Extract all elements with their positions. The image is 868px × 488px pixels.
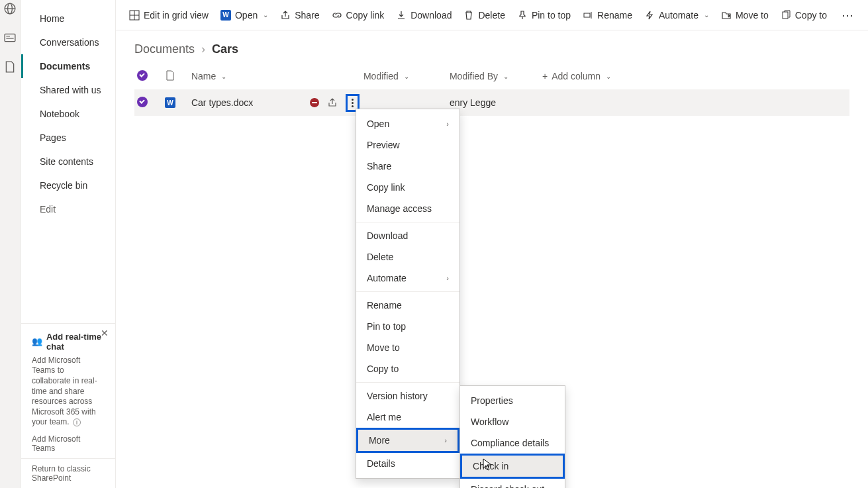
download-icon: [396, 10, 407, 21]
menu-separator: [356, 382, 459, 383]
breadcrumb: Documents › Cars: [116, 30, 868, 63]
site-sidebar: Home Conversations Documents Shared with…: [21, 0, 116, 488]
link-icon: [332, 10, 342, 21]
share-icon[interactable]: [327, 97, 338, 108]
word-icon: W: [165, 97, 175, 108]
menu-share[interactable]: Share: [356, 156, 459, 177]
menu-move[interactable]: Move to: [356, 337, 459, 358]
col-modified[interactable]: Modified⌄: [363, 71, 450, 81]
trash-icon: [463, 10, 474, 21]
cmd-download[interactable]: Download: [396, 10, 452, 21]
add-column-label: Add column: [552, 71, 601, 81]
menu-automate-label: Automate: [367, 273, 407, 283]
menu-separator: [356, 222, 459, 222]
return-classic-link[interactable]: Return to classic SharePoint: [21, 458, 115, 488]
menu-rename[interactable]: Rename: [356, 295, 459, 316]
col-modified-label: Modified: [363, 71, 399, 81]
nav-documents[interactable]: Documents: [21, 54, 115, 78]
chevron-down-icon: ⌄: [503, 73, 508, 80]
menu-automate[interactable]: Automate›: [356, 268, 459, 289]
menu-rename-label: Rename: [367, 300, 402, 311]
submenu-workflow[interactable]: Workflow: [460, 411, 565, 432]
cmd-pin[interactable]: Pin to top: [517, 10, 571, 21]
nav-notebook[interactable]: Notebook: [21, 102, 115, 126]
nav-home[interactable]: Home: [21, 7, 115, 30]
cmd-delete[interactable]: Delete: [463, 10, 505, 21]
menu-more-label: More: [369, 435, 390, 446]
globe-icon[interactable]: [4, 3, 16, 15]
menu-copy-label: Copy to: [367, 364, 399, 374]
svg-rect-9: [584, 13, 590, 17]
nav-recycle-bin[interactable]: Recycle bin: [21, 173, 115, 197]
menu-manage-access[interactable]: Manage access: [356, 198, 459, 219]
svg-rect-3: [5, 34, 16, 41]
nav-conversations[interactable]: Conversations: [21, 30, 115, 54]
cmd-move[interactable]: Move to: [721, 10, 769, 21]
col-modified-by[interactable]: Modified By⌄: [450, 71, 542, 81]
context-menu: Open› Preview Share Copy link Manage acc…: [356, 109, 460, 479]
submenu-discard[interactable]: Discard check out: [460, 479, 565, 488]
submenu-compliance[interactable]: Compliance details: [460, 432, 565, 454]
submenu-properties[interactable]: Properties: [460, 390, 565, 411]
news-icon[interactable]: [4, 32, 16, 44]
add-teams-link[interactable]: Add Microsoft Teams: [32, 434, 105, 453]
submenu-checkin[interactable]: Check in: [460, 454, 565, 479]
menu-version-label: Version history: [367, 391, 428, 401]
menu-alert[interactable]: Alert me: [356, 407, 459, 428]
menu-pin-label: Pin to top: [367, 321, 406, 332]
col-name[interactable]: Name⌄: [191, 71, 363, 81]
col-type[interactable]: [165, 70, 191, 83]
crumb-parent[interactable]: Documents: [134, 42, 195, 56]
menu-separator: [356, 291, 459, 292]
cmd-copy-link[interactable]: Copy link: [332, 10, 385, 21]
context-submenu: Properties Workflow Compliance details C…: [459, 385, 565, 488]
menu-open-label: Open: [367, 119, 389, 129]
menu-details[interactable]: Details: [356, 453, 459, 474]
info-icon[interactable]: i: [73, 418, 81, 426]
menu-move-label: Move to: [367, 342, 400, 353]
cmd-open[interactable]: W Open ⌄: [220, 10, 268, 21]
menu-copy-link-label: Copy link: [367, 182, 405, 193]
row-select-toggle[interactable]: [137, 97, 148, 107]
nav-site-contents[interactable]: Site contents: [21, 150, 115, 173]
menu-preview[interactable]: Preview: [356, 134, 459, 156]
checked-out-icon: [310, 98, 319, 107]
select-all-toggle[interactable]: [137, 70, 148, 81]
menu-download-label: Download: [367, 230, 408, 241]
cmd-open-label: Open: [235, 10, 258, 21]
menu-details-label: Details: [367, 458, 395, 469]
menu-download[interactable]: Download: [356, 225, 459, 246]
menu-open[interactable]: Open›: [356, 113, 459, 134]
copy-icon: [781, 10, 791, 21]
word-icon: W: [220, 10, 231, 21]
add-column-button[interactable]: +Add column⌄: [542, 71, 661, 81]
cmd-share[interactable]: Share: [280, 10, 319, 21]
cmd-copy-link-label: Copy link: [346, 10, 385, 21]
menu-copy[interactable]: Copy to: [356, 358, 459, 379]
menu-more[interactable]: More›: [356, 428, 459, 453]
nav-edit[interactable]: Edit: [21, 197, 115, 221]
menu-delete[interactable]: Delete: [356, 246, 459, 268]
cmd-overflow[interactable]: ⋯: [842, 8, 855, 23]
cmd-rename[interactable]: Rename: [583, 10, 632, 21]
cmd-copy[interactable]: Copy to: [781, 10, 827, 21]
crumb-current: Cars: [212, 42, 238, 56]
menu-copy-link[interactable]: Copy link: [356, 177, 459, 198]
nav-shared[interactable]: Shared with us: [21, 78, 115, 102]
cmd-automate-label: Automate: [659, 10, 699, 21]
menu-version[interactable]: Version history: [356, 385, 459, 407]
close-icon[interactable]: ✕: [101, 328, 109, 338]
teams-promo: ✕ 👥Add real-time chat Add Microsoft Team…: [21, 323, 115, 458]
submenu-workflow-label: Workflow: [471, 416, 508, 427]
cmd-automate[interactable]: Automate ⌄: [644, 10, 709, 21]
cmd-edit-grid-label: Edit in grid view: [144, 10, 209, 21]
table-row[interactable]: W Car types.docx enry Legge: [134, 89, 849, 116]
nav-pages[interactable]: Pages: [21, 126, 115, 150]
cmd-edit-grid[interactable]: Edit in grid view: [129, 10, 209, 21]
chevron-down-icon: ⌄: [606, 73, 611, 80]
promo-body: Add Microsoft Teams to collaborate in re…: [32, 356, 97, 427]
file-name[interactable]: Car types.docx: [191, 97, 253, 108]
menu-pin[interactable]: Pin to top: [356, 316, 459, 337]
cmd-share-label: Share: [295, 10, 319, 21]
file-icon[interactable]: [4, 61, 16, 73]
